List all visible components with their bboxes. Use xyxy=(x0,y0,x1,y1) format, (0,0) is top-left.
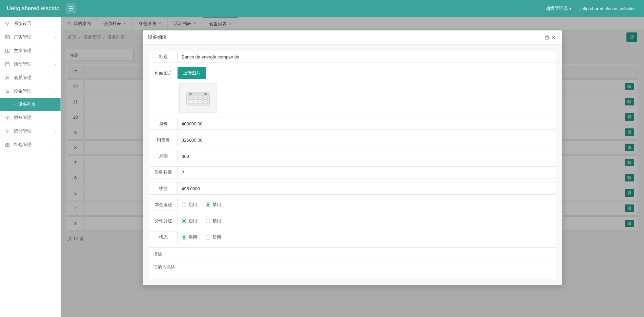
sidebar-item-label: 设备管理 xyxy=(14,88,31,94)
radio-icon xyxy=(182,219,186,223)
svg-point-5 xyxy=(6,90,7,91)
svg-rect-14 xyxy=(204,93,207,95)
coin-icon xyxy=(5,115,10,120)
title-input[interactable] xyxy=(178,51,556,63)
svg-rect-19 xyxy=(189,99,193,101)
distribution-disable-radio[interactable]: 禁用 xyxy=(206,218,221,224)
caret-down-icon: ▾ xyxy=(569,6,572,11)
sidebar-item-label: 系统设置 xyxy=(14,21,31,27)
sidebar-item-redpacket[interactable]: 红包管理 ‹ xyxy=(0,138,61,151)
sale-price-input[interactable] xyxy=(178,134,556,146)
svg-rect-17 xyxy=(199,97,203,98)
field-label-cover: 封面图片 xyxy=(149,67,178,79)
chevron-left-icon: ‹ xyxy=(55,35,56,39)
modal-title: 设备编辑 xyxy=(148,34,537,41)
hamburger-icon xyxy=(69,6,73,10)
chevron-left-icon: ‹ xyxy=(55,49,56,53)
sidebar-item-devices[interactable]: 设备管理 ⌄ xyxy=(0,84,61,98)
chevron-down-icon: ⌄ xyxy=(53,89,56,94)
field-label-sale-price: 销售价 xyxy=(149,134,178,146)
top-header: Ueltg shared electric 超级管理员 ▾ Ueltg shar… xyxy=(0,0,644,17)
svg-rect-23 xyxy=(189,102,193,103)
modal-body: 标题 封面图片 上传图片 xyxy=(143,45,562,285)
sidebar-subitem-device-list[interactable]: › 设备列表 xyxy=(0,98,61,111)
maximize-icon xyxy=(545,35,549,40)
svg-point-4 xyxy=(6,76,8,78)
device-thumbnail-icon xyxy=(184,87,212,109)
svg-rect-15 xyxy=(189,97,193,98)
user-menu[interactable]: 超级管理员 ▾ xyxy=(546,5,572,11)
sidebar-item-label: 统计管理 xyxy=(14,128,31,134)
svg-point-2 xyxy=(6,36,7,37)
sidebar-item-label: 活动管理 xyxy=(14,61,31,67)
upload-image-button[interactable]: 上传图片 xyxy=(178,67,206,79)
field-label-principal-return: 本金返还 xyxy=(149,199,178,211)
sidebar-item-ads[interactable]: 广告管理 ‹ xyxy=(0,30,61,44)
radio-icon xyxy=(182,235,186,240)
sidebar-item-articles[interactable]: 文章管理 ‹ xyxy=(0,44,61,57)
maximize-button[interactable] xyxy=(544,35,550,40)
sidebar-toggle-button[interactable] xyxy=(66,3,76,14)
sidebar-item-stats[interactable]: 统计管理 ‹ xyxy=(0,124,61,138)
sidebar-item-label: 财务管理 xyxy=(14,115,31,121)
app-name-label: Ueltg shared electric vehicles xyxy=(578,6,636,11)
sidebar-subitem-label: 设备列表 xyxy=(18,101,36,107)
modal-header: 设备编辑 — ✕ xyxy=(143,30,562,45)
sidebar-item-system[interactable]: 系统设置 ‹ xyxy=(0,17,61,30)
principal-return-enable-radio[interactable]: 启用 xyxy=(182,202,197,208)
limit-input[interactable] xyxy=(178,166,556,178)
user-label: 超级管理员 xyxy=(546,5,568,11)
radio-icon xyxy=(182,202,186,207)
radio-icon xyxy=(206,235,210,240)
user-icon xyxy=(5,75,10,80)
status-enable-radio[interactable]: 启用 xyxy=(182,234,197,240)
sidebar-item-label: 红包管理 xyxy=(14,142,31,148)
chevron-left-icon: ‹ xyxy=(55,143,56,147)
cycle-input[interactable] xyxy=(178,150,556,162)
svg-point-0 xyxy=(7,23,8,24)
sidebar-item-label: 文章管理 xyxy=(14,48,31,54)
svg-rect-16 xyxy=(193,97,198,98)
chevron-left-icon: ‹ xyxy=(55,76,56,80)
field-label-status: 状态 xyxy=(149,231,178,243)
sidebar-item-finance[interactable]: 财务管理 ‹ xyxy=(0,111,61,124)
svg-rect-13 xyxy=(189,93,192,95)
sliders-icon xyxy=(5,89,10,94)
chevron-left-icon: ‹ xyxy=(55,22,56,26)
chevron-right-icon: › xyxy=(14,102,15,106)
status-disable-radio[interactable]: 禁用 xyxy=(206,234,221,240)
cover-image-preview[interactable] xyxy=(179,83,216,113)
calendar-icon xyxy=(5,62,10,67)
chevron-left-icon: ‹ xyxy=(55,116,56,120)
sidebar-item-activities[interactable]: 活动管理 ‹ xyxy=(0,57,61,71)
sidebar-item-label: 广告管理 xyxy=(14,34,31,40)
field-label-description: 描述 xyxy=(149,248,556,261)
radio-icon xyxy=(206,219,210,223)
description-textarea[interactable] xyxy=(149,261,556,278)
field-label-title: 标题 xyxy=(149,51,178,63)
radio-icon xyxy=(206,202,210,207)
sidebar-item-label: 会员管理 xyxy=(14,75,31,81)
field-label-limit: 限购数量 xyxy=(149,166,178,178)
chevron-left-icon: ‹ xyxy=(55,62,56,66)
device-edit-modal: 设备编辑 — ✕ 标题 封面图片 上 xyxy=(143,30,562,285)
svg-point-6 xyxy=(8,91,9,92)
distribution-enable-radio[interactable]: 启用 xyxy=(182,218,197,224)
field-label-distribution: 分销分红 xyxy=(149,215,178,227)
description-block: 描述 xyxy=(149,247,556,279)
minimize-button[interactable]: — xyxy=(537,35,544,40)
gear-icon xyxy=(5,21,10,26)
modal-overlay: 设备编辑 — ✕ 标题 封面图片 上 xyxy=(61,17,644,317)
svg-point-7 xyxy=(6,92,7,93)
svg-rect-20 xyxy=(193,99,198,101)
principal-return-disable-radio[interactable]: 禁用 xyxy=(206,202,221,208)
sidebar-item-members[interactable]: 会员管理 ‹ xyxy=(0,71,61,84)
book-icon xyxy=(5,48,10,53)
original-price-input[interactable] xyxy=(178,118,556,130)
brand-title: Ueltg shared electric xyxy=(3,5,66,12)
svg-rect-24 xyxy=(193,102,198,103)
svg-rect-26 xyxy=(203,102,207,103)
profit-input[interactable] xyxy=(178,182,556,195)
close-button[interactable]: ✕ xyxy=(550,35,557,40)
svg-rect-25 xyxy=(199,102,203,103)
